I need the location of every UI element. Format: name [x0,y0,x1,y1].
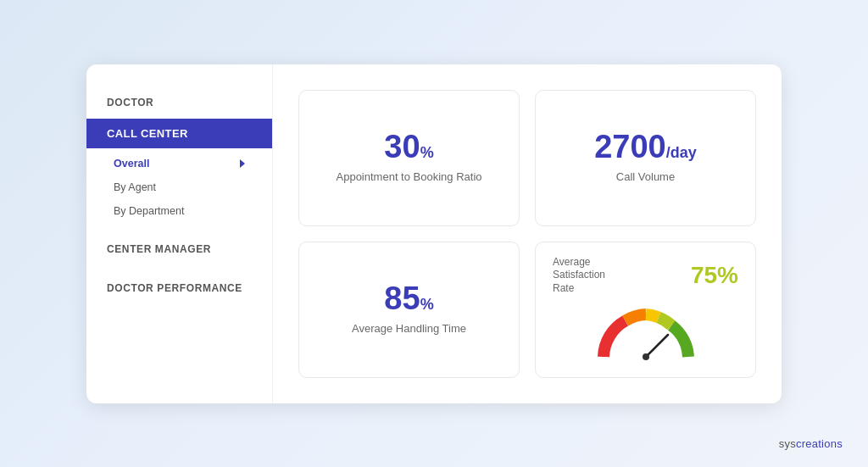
avg-handling-value: 85% [384,282,433,314]
call-volume-card: 2700/day Call Volume [535,90,756,226]
svg-line-0 [646,335,668,357]
content-area: 30% Appointment to Booking Ratio 2700/da… [273,64,782,403]
sidebar-subitem-by-dept-label: By Department [114,205,184,217]
gauge-svg [591,302,701,361]
sidebar-item-call-center[interactable]: CALL CENTER [86,119,272,148]
branding: syscreations [779,437,843,450]
main-card: DOCTOR CALL CENTER Overall By Agent By D… [86,64,782,403]
chevron-right-icon [240,159,245,168]
sidebar-item-doctor-performance[interactable]: DOCTOR PERFORMANCE [86,275,272,301]
call-volume-value: 2700/day [594,131,697,163]
avg-handling-card: 85% Average Handling Time [298,242,520,378]
sidebar-subitem-overall-label: Overall [114,158,149,170]
sidebar-subitem-by-agent-label: By Agent [114,181,156,193]
svg-point-1 [643,353,649,360]
call-volume-label: Call Volume [616,170,675,185]
sidebar-subitem-by-department[interactable]: By Department [86,199,272,223]
satisfaction-percent: 75% [691,262,738,289]
branding-creations: creations [796,437,843,450]
gauge-header: Average Satisfaction Rate 75% [553,256,738,296]
sidebar-subitem-overall[interactable]: Overall [86,152,272,175]
appointment-ratio-value: 30% [384,131,433,163]
satisfaction-card: Average Satisfaction Rate 75% [535,242,756,378]
cards-grid: 30% Appointment to Booking Ratio 2700/da… [298,90,756,378]
sidebar-item-doctor[interactable]: DOCTOR [86,90,272,115]
avg-handling-label: Average Handling Time [352,321,466,336]
sidebar-subitem-by-agent[interactable]: By Agent [86,175,272,199]
branding-sys: sys [779,437,796,450]
sidebar-item-center-manager[interactable]: CENTER MANAGER [86,236,272,262]
sidebar: DOCTOR CALL CENTER Overall By Agent By D… [86,64,273,403]
appointment-ratio-label: Appointment to Booking Ratio [337,170,482,185]
satisfaction-title: Average Satisfaction Rate [553,256,620,296]
appointment-ratio-card: 30% Appointment to Booking Ratio [298,90,520,226]
